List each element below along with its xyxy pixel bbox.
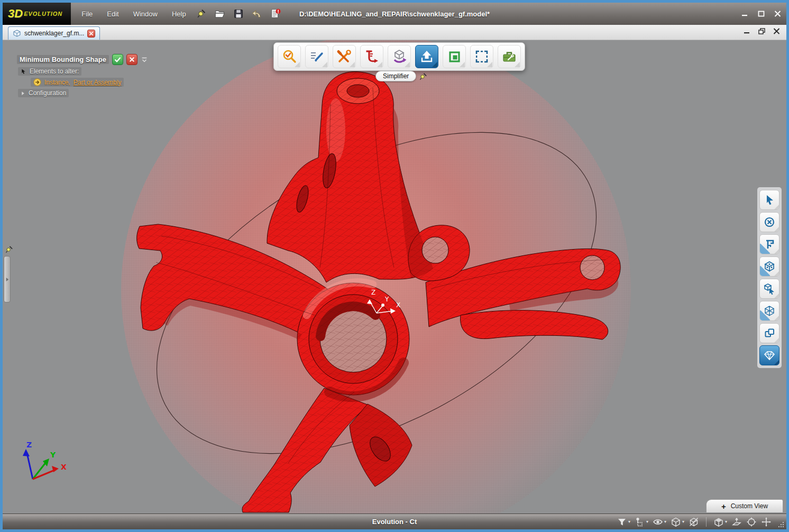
tooltip-pin-icon[interactable] <box>419 72 427 80</box>
part-or-assembly-link[interactable]: Part or Assembly <box>74 79 122 86</box>
logo-3d: 3D <box>8 7 23 21</box>
export-up-button[interactable] <box>415 45 438 68</box>
deselect-circle-button[interactable] <box>759 212 779 232</box>
pick-solid-button[interactable] <box>759 279 779 299</box>
visibility-button[interactable]: ▾ <box>653 517 666 527</box>
document-tab-label: schwenklager_gf.m... <box>24 30 84 37</box>
3d-scene[interactable]: Z Y X Z Y X <box>3 40 786 513</box>
edit-list-button[interactable] <box>305 45 328 68</box>
simplifier-cube-button[interactable] <box>388 45 411 68</box>
menubar-quick-icons <box>196 8 281 20</box>
pan-icon <box>761 517 772 527</box>
document-tab[interactable]: schwenklager_gf.m... <box>8 26 100 40</box>
chevron-options-icon[interactable] <box>141 56 148 63</box>
menu-help[interactable]: Help <box>172 10 186 18</box>
close-button[interactable] <box>774 11 781 17</box>
measure-caliper-icon <box>763 238 776 251</box>
menubar: 3D EVOLUTION File Edit Window Help D:\DE… <box>3 3 786 25</box>
pan-button[interactable] <box>761 517 772 527</box>
measure-caliper-button[interactable] <box>759 234 779 254</box>
instance-row[interactable]: Instance, Part or Assembly <box>31 78 124 87</box>
overlap-copy-button[interactable] <box>759 323 779 343</box>
toolbox-button[interactable] <box>498 45 521 68</box>
menu-file[interactable]: File <box>81 10 93 18</box>
configuration-row[interactable]: Configuration <box>18 89 69 97</box>
wireframe-box-button[interactable] <box>759 301 779 321</box>
open-folder-icon[interactable] <box>214 8 226 20</box>
maximize-button[interactable] <box>758 11 765 17</box>
deselect-circle-icon <box>763 216 776 228</box>
pin-icon[interactable] <box>196 8 207 20</box>
snap-target-icon <box>635 517 645 527</box>
menu-edit[interactable]: Edit <box>107 10 118 18</box>
custom-view-label: Custom View <box>731 502 768 510</box>
handle-arrow-icon <box>5 277 9 282</box>
cross-icon <box>129 56 135 63</box>
render-diamond-icon <box>763 349 776 362</box>
plane-up-button[interactable] <box>731 517 742 527</box>
edit-list-icon <box>309 49 325 65</box>
viewport-3d[interactable]: Z Y X Z Y X Minimum Bounding Shape <box>3 40 786 513</box>
cancel-button[interactable] <box>126 54 137 65</box>
filter-icon <box>617 517 627 527</box>
axis-x-label: X <box>61 463 67 471</box>
statusbar-separator <box>706 517 707 527</box>
panel-pin-icon[interactable] <box>5 245 13 253</box>
panel-title: Minimum Bounding Shape <box>17 55 109 64</box>
bounding-corners-icon <box>474 49 490 65</box>
apply-button[interactable] <box>112 54 123 65</box>
mdi-restore-button[interactable] <box>758 28 765 34</box>
solid-faces-button[interactable] <box>759 256 779 277</box>
shading-button[interactable]: ▾ <box>671 517 684 527</box>
repair-tools-button[interactable] <box>333 45 356 68</box>
healing-stamp-icon <box>364 49 380 65</box>
app-logo: 3D EVOLUTION <box>3 3 71 25</box>
panel-collapse-handle[interactable] <box>4 256 11 302</box>
tooltip-simplifier: Simplifier <box>375 71 416 81</box>
section-cube-icon <box>689 517 699 527</box>
session-notes-icon[interactable] <box>270 8 281 20</box>
window-controls <box>741 3 781 25</box>
repair-tools-icon <box>336 49 352 65</box>
snap-target-button[interactable]: ▾ <box>635 517 648 527</box>
floating-toolbar <box>273 42 525 71</box>
origin-x-label: X <box>396 301 400 309</box>
resize-grip-icon[interactable] <box>777 521 784 528</box>
mdi-minimize-button[interactable] <box>744 28 750 34</box>
menu-window[interactable]: Window <box>133 10 158 18</box>
section-button[interactable] <box>689 517 699 527</box>
export-up-icon <box>419 49 435 65</box>
origin-y-label: Y <box>384 296 389 303</box>
statusbar: Evolution - Ct ▾ ▾ ▾ ▾ ▾ <box>3 513 786 529</box>
overlap-copy-icon <box>763 327 776 340</box>
save-icon[interactable] <box>233 8 244 20</box>
elements-to-alter-row: Elements to alter: <box>18 67 81 76</box>
tab-close-icon[interactable] <box>87 30 95 38</box>
analyze-check-button[interactable] <box>278 45 301 68</box>
expand-triangle-icon[interactable] <box>21 90 25 96</box>
orbit-button[interactable] <box>746 517 757 527</box>
render-diamond-button[interactable] <box>759 345 779 365</box>
menu-items: File Edit Window Help <box>81 10 186 18</box>
mdi-close-button[interactable] <box>773 28 780 34</box>
select-cursor-button[interactable] <box>759 190 779 210</box>
healing-stamp-button[interactable] <box>360 45 383 68</box>
snap-caret: ▾ <box>646 519 648 524</box>
arrow-circle-icon <box>33 78 41 86</box>
axis-y-label: Y <box>50 451 56 459</box>
undo-icon[interactable] <box>251 8 263 20</box>
bounding-corners-button[interactable] <box>470 45 493 68</box>
custom-view-tab[interactable]: + Custom View <box>706 499 783 512</box>
minimize-button[interactable] <box>741 11 748 17</box>
nesting-frame-button[interactable] <box>443 45 466 68</box>
orbit-icon <box>746 517 757 527</box>
filter-button[interactable]: ▾ <box>617 517 630 527</box>
viewcube-button[interactable]: ▾ <box>713 517 727 527</box>
solid-faces-icon <box>763 260 776 273</box>
viewcube-caret: ▾ <box>725 519 727 524</box>
part-cube-icon <box>13 29 21 38</box>
add-view-icon[interactable]: + <box>721 502 726 511</box>
visibility-eye-icon <box>653 517 663 527</box>
filter-caret: ▾ <box>628 519 630 524</box>
wireframe-box-icon <box>763 305 776 317</box>
